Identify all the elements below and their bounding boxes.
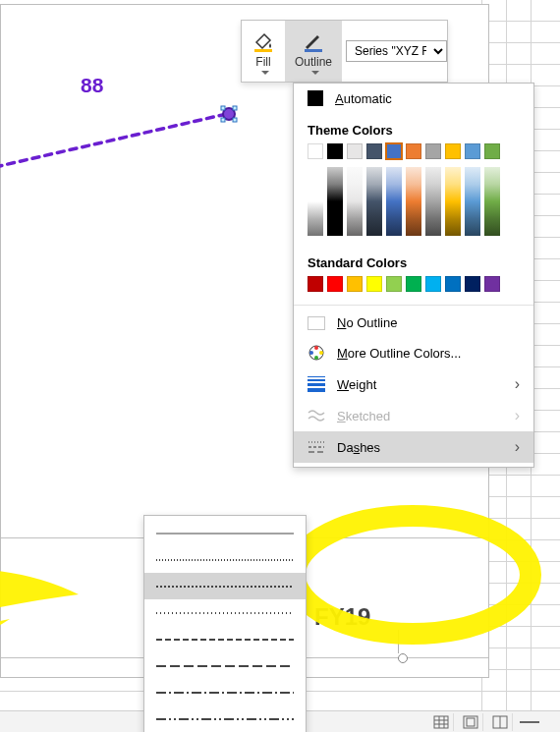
color-wheel-icon: [308, 344, 325, 362]
standard-color-swatch[interactable]: [445, 276, 461, 292]
svg-rect-3: [233, 106, 237, 110]
more-outline-colors-item[interactable]: More Outline Colors...: [294, 337, 533, 368]
outline-dropdown: Automatic Theme Colors Standard Colors N…: [293, 83, 534, 468]
standard-color-row: [294, 276, 533, 302]
more-colors-label: More Outline Colors...: [337, 346, 461, 361]
theme-tint-column[interactable]: [308, 167, 323, 236]
standard-color-swatch[interactable]: [386, 276, 402, 292]
standard-color-swatch[interactable]: [406, 276, 421, 292]
theme-color-swatch[interactable]: [366, 143, 382, 159]
dash-style-option[interactable]: [144, 546, 306, 573]
automatic-label: Automatic: [335, 91, 392, 106]
svg-rect-8: [305, 49, 322, 52]
separator: [294, 305, 533, 306]
view-normal-button[interactable]: [428, 713, 454, 731]
theme-tint-column[interactable]: [465, 167, 480, 236]
dash-style-option[interactable]: [144, 599, 306, 626]
automatic-color-item[interactable]: Automatic: [294, 84, 533, 113]
theme-color-swatch[interactable]: [406, 143, 421, 159]
svg-point-13: [309, 351, 313, 355]
theme-color-swatch[interactable]: [386, 143, 402, 159]
axis-tick-marker: [398, 653, 410, 665]
chevron-right-icon: ›: [515, 407, 520, 424]
dash-style-option[interactable]: [144, 679, 306, 705]
zoom-out-button[interactable]: [517, 713, 542, 731]
no-outline-label: No Outline: [337, 315, 397, 330]
theme-tint-column[interactable]: [327, 167, 343, 236]
theme-tint-column[interactable]: [347, 167, 363, 236]
dash-style-option[interactable]: [144, 520, 306, 546]
theme-color-swatch[interactable]: [425, 143, 441, 159]
standard-color-swatch[interactable]: [366, 276, 382, 292]
chevron-right-icon: ›: [515, 438, 520, 456]
no-outline-icon: [308, 316, 325, 330]
no-outline-item[interactable]: No Outline: [294, 309, 533, 337]
dashes-label: Dashes: [337, 440, 380, 455]
standard-color-swatch[interactable]: [465, 276, 480, 292]
caret-down-icon: [261, 71, 269, 75]
data-label[interactable]: 88: [81, 74, 103, 97]
weight-label: Weight: [337, 377, 376, 392]
dashes-flyout: More Lines...: [143, 515, 307, 732]
svg-rect-5: [233, 118, 237, 122]
sketched-icon: [308, 407, 325, 424]
fill-bucket-icon: [252, 29, 275, 53]
theme-tint-column[interactable]: [366, 167, 382, 236]
dash-style-option[interactable]: [144, 573, 306, 599]
weight-icon: [308, 375, 325, 393]
dashes-icon: [308, 438, 325, 456]
svg-rect-2: [221, 106, 225, 110]
theme-color-swatch[interactable]: [327, 143, 343, 159]
theme-tint-column[interactable]: [425, 167, 441, 236]
outline-label: Outline: [295, 55, 332, 69]
dash-style-option[interactable]: [144, 652, 306, 679]
standard-colors-title: Standard Colors: [294, 246, 533, 276]
standard-color-swatch[interactable]: [425, 276, 441, 292]
theme-tint-column[interactable]: [406, 167, 421, 236]
outline-button[interactable]: Outline: [285, 21, 342, 82]
theme-color-swatch[interactable]: [308, 143, 323, 159]
caret-down-icon: [311, 71, 319, 75]
sketched-submenu-item: Sketched ›: [294, 400, 533, 431]
minus-icon: [520, 721, 539, 723]
theme-color-swatch[interactable]: [484, 143, 500, 159]
svg-point-11: [319, 351, 323, 355]
fill-button[interactable]: Fill: [242, 21, 285, 82]
svg-rect-4: [221, 118, 225, 122]
axis-category-label[interactable]: FY19: [314, 603, 370, 631]
view-page-layout-button[interactable]: [458, 713, 483, 731]
svg-point-10: [314, 346, 318, 350]
outline-pen-icon: [302, 29, 325, 53]
standard-color-swatch[interactable]: [327, 276, 343, 292]
weight-submenu-item[interactable]: Weight ›: [294, 368, 533, 400]
standard-color-swatch[interactable]: [484, 276, 500, 292]
dash-style-option[interactable]: [144, 626, 306, 652]
theme-tint-column[interactable]: [386, 167, 402, 236]
view-page-break-button[interactable]: [487, 713, 513, 731]
standard-color-swatch[interactable]: [347, 276, 363, 292]
theme-tint-columns: [294, 167, 533, 246]
dashes-submenu-item[interactable]: Dashes ›: [294, 431, 533, 463]
standard-color-swatch[interactable]: [308, 276, 323, 292]
fill-label: Fill: [255, 55, 270, 69]
theme-color-swatch[interactable]: [347, 143, 363, 159]
chart-element-selector[interactable]: Series "XYZ Rat: [346, 40, 447, 62]
dash-style-option[interactable]: [144, 705, 306, 732]
theme-color-swatch[interactable]: [465, 143, 480, 159]
theme-tint-column[interactable]: [484, 167, 500, 236]
theme-color-row: [294, 143, 533, 167]
theme-colors-title: Theme Colors: [294, 113, 533, 143]
sketched-label: Sketched: [337, 409, 390, 423]
format-mini-toolbar: Fill Outline Series "XYZ Rat: [241, 20, 448, 83]
chart-data-point-selected[interactable]: [220, 105, 238, 123]
theme-color-swatch[interactable]: [445, 143, 461, 159]
automatic-swatch-icon: [308, 90, 323, 106]
chevron-right-icon: ›: [515, 375, 520, 393]
axis-tick: [398, 630, 399, 653]
svg-point-12: [314, 356, 318, 360]
svg-rect-7: [254, 49, 272, 52]
svg-rect-28: [434, 716, 448, 728]
svg-rect-34: [467, 718, 475, 726]
theme-tint-column[interactable]: [445, 167, 461, 236]
